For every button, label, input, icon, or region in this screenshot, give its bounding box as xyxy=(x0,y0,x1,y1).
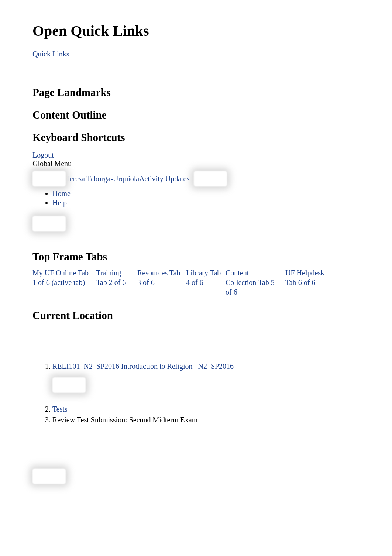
tab-content-collection[interactable]: Content Collection Tab 5 of 6 xyxy=(226,268,281,297)
breadcrumb-current: Review Test Submission: Second Midterm E… xyxy=(52,416,197,424)
help-link[interactable]: Help xyxy=(52,199,67,207)
tab-library[interactable]: Library Tab 4 of 6 xyxy=(186,268,221,297)
blurred-placeholder-icon xyxy=(32,469,66,484)
breadcrumb-course-link[interactable]: RELI101_N2_SP2016 Introduction to Religi… xyxy=(52,362,234,370)
tab-training[interactable]: Training Tab 2 of 6 xyxy=(96,268,133,297)
list-item: Help xyxy=(52,199,360,207)
logout-link[interactable]: Logout xyxy=(32,151,54,159)
user-name-link[interactable]: Teresa Taborga-Urquiola xyxy=(66,175,139,183)
tab-my-uf-online[interactable]: My UF Online Tab 1 of 6 (active tab) xyxy=(32,268,92,297)
home-link[interactable]: Home xyxy=(52,189,71,198)
blurred-placeholder-icon xyxy=(52,377,86,393)
breadcrumb-tests-link[interactable]: Tests xyxy=(52,405,68,413)
blurred-placeholder-icon xyxy=(32,171,66,186)
tab-resources[interactable]: Resources Tab 3 of 6 xyxy=(137,268,182,297)
global-menu-label: Global Menu xyxy=(32,159,72,168)
list-item: Review Test Submission: Second Midterm E… xyxy=(52,416,360,424)
content-outline-heading: Content Outline xyxy=(32,109,360,121)
quick-links-link[interactable]: Quick Links xyxy=(32,50,69,58)
page-landmarks-heading: Page Landmarks xyxy=(32,86,360,99)
user-row: Teresa Taborga-UrquiolaActivity Updates xyxy=(32,171,360,186)
tabs-row: My UF Online Tab 1 of 6 (active tab) Tra… xyxy=(32,268,360,297)
blurred-placeholder-icon xyxy=(194,171,227,186)
top-frame-tabs-heading: Top Frame Tabs xyxy=(32,251,360,263)
current-location-heading: Current Location xyxy=(32,309,360,322)
list-item: Home xyxy=(52,189,360,198)
tab-uf-helpdesk[interactable]: UF Helpdesk Tab 6 of 6 xyxy=(285,268,326,297)
list-item: Tests xyxy=(52,405,360,413)
activity-updates-link[interactable]: Activity Updates xyxy=(139,175,189,183)
list-item: RELI101_N2_SP2016 Introduction to Religi… xyxy=(52,362,360,395)
keyboard-shortcuts-heading: Keyboard Shortcuts xyxy=(32,131,360,144)
page-title: Open Quick Links xyxy=(32,22,360,40)
global-nav-list: Home Help xyxy=(52,189,360,207)
blurred-placeholder-icon xyxy=(32,216,66,231)
location-list: RELI101_N2_SP2016 Introduction to Religi… xyxy=(52,362,360,424)
